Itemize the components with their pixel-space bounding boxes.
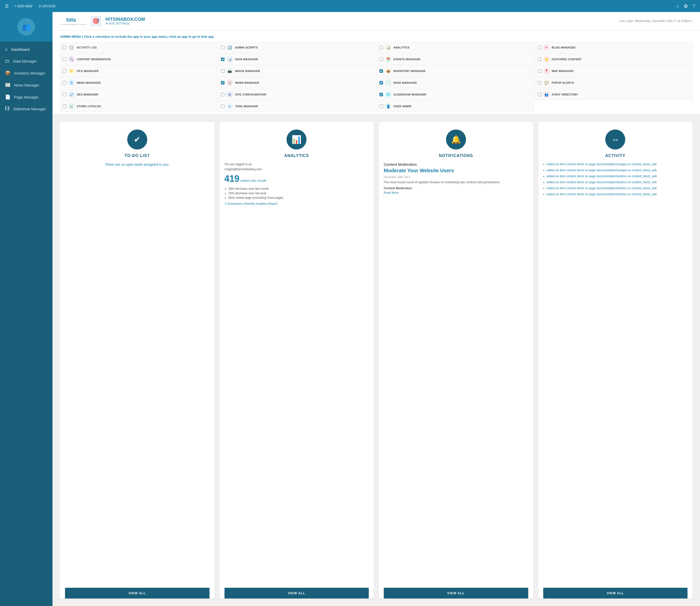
icon-news-manager: 📰 (227, 79, 233, 86)
site-settings-link[interactable]: ⚙ SITE SETTINGS (106, 22, 145, 25)
app-item-menu-manager[interactable]: ☰MENU MANAGER (60, 77, 217, 88)
label-site-configuration: SITE CONFIGURATION (235, 93, 266, 96)
checkbox-file-manager[interactable] (63, 69, 66, 73)
widget-todo: ✔ TO-DO LIST There are no open tasks ass… (60, 122, 214, 599)
icon-events-manager: 📅 (385, 56, 392, 63)
label-store-catalog: STORE CATALOG (77, 105, 101, 108)
app-item-blog-manager[interactable]: ✏BLOG MANAGER (535, 42, 693, 53)
activity-item-1[interactable]: edited an item content block on page doc… (547, 168, 688, 172)
analytics-title: ANALYTICS (284, 154, 309, 158)
sidebar-item-inventory-manager[interactable]: 📦 Inventory Manager (0, 67, 52, 79)
news-icon: 📰 (5, 82, 10, 88)
label-file-manager: FILE MANAGER (77, 70, 98, 72)
sidebar-item-slideshow-manager[interactable]: 🎞 Slideshow Manager (0, 103, 52, 115)
analytics-view-all[interactable]: VIEW ALL (225, 588, 369, 599)
notifications-view-all[interactable]: VIEW ALL (384, 588, 528, 599)
todo-view-all[interactable]: VIEW ALL (65, 588, 210, 599)
app-item-news-manager[interactable]: 📰NEWS MANAGER (218, 77, 376, 88)
checkbox-staff-directory[interactable] (538, 93, 541, 96)
icon-analytics: 📊 (385, 44, 392, 51)
logo-dots: · · · (77, 19, 80, 21)
checkbox-image-manager[interactable] (221, 69, 225, 73)
widget-notifications: 🔔 NOTIFICATIONS Content Moderation Moder… (379, 122, 533, 599)
checkbox-data-manager[interactable] (221, 57, 225, 61)
inventory-icon: 📦 (5, 70, 10, 76)
app-item-slideshow-manager[interactable]: 🎞SLIDESHOW MANAGER (377, 89, 534, 100)
app-item-data-manager[interactable]: 📊DATA MANAGER (218, 54, 376, 65)
checkbox-inventory-manager[interactable] (379, 69, 383, 73)
notif-link: Content Moderation (384, 186, 528, 190)
app-item-activity-log[interactable]: 📋ACTIVITY LOG (60, 42, 217, 53)
checkbox-admin-scripts[interactable] (221, 46, 225, 49)
app-item-map-manager[interactable]: 📍MAP MANAGER (535, 66, 693, 76)
app-item-file-manager[interactable]: 📁FILE MANAGER (60, 66, 217, 76)
analytics-count-row: 419 visitors this month (225, 173, 369, 184)
checkbox-featured-content[interactable] (538, 57, 541, 61)
app-item-store-catalog[interactable]: 🛒STORE CATALOG (60, 101, 217, 112)
analytics-bullet-3: Most visited page (excluding home page): (229, 196, 369, 200)
checkbox-slideshow-manager[interactable] (379, 93, 383, 96)
app-item-user-admin[interactable]: 👤USER ADMIN (377, 101, 534, 112)
checkbox-map-manager[interactable] (538, 69, 541, 73)
activity-item-4[interactable]: edited an item content block on page doc… (547, 186, 688, 190)
sidebar-item-dashboard[interactable]: ⌂ Dashboard (0, 44, 52, 55)
checkbox-task-manager[interactable] (221, 104, 225, 108)
app-item-inventory-manager[interactable]: 📦INVENTORY MANAGER (377, 66, 534, 76)
label-task-manager: TASK MANAGER (235, 105, 258, 108)
top-nav: ☰ + ADD NEW ⊙ UPLOAD ⌂ ⏻ ? (0, 0, 700, 12)
checkbox-blog-manager[interactable] (538, 46, 541, 49)
icon-admin-scripts: 🔄 (227, 44, 233, 51)
sidebar-item-news-manager[interactable]: 📰 News Manager (0, 79, 52, 91)
app-item-page-manager[interactable]: 📄PAGE MANAGER (377, 77, 534, 88)
checkbox-site-configuration[interactable] (221, 93, 225, 96)
app-item-analytics[interactable]: 📊ANALYTICS (377, 42, 534, 53)
app-item-events-manager[interactable]: 📅EVENTS MANAGER (377, 54, 534, 65)
hits-text: hits (66, 17, 76, 23)
app-item-task-manager[interactable]: ✔TASK MANAGER (218, 101, 376, 112)
notif-read-more[interactable]: Read More (384, 191, 528, 194)
app-item-image-manager[interactable]: 📷IMAGE MANAGER (218, 66, 376, 76)
notif-section: Content Moderation (384, 163, 528, 166)
analytics-bullets: 39% decrease over last month 25% decreas… (225, 187, 369, 200)
checkbox-store-catalog[interactable] (63, 104, 66, 108)
activity-item-2[interactable]: edited an item content block on page doc… (547, 174, 688, 178)
add-new-button[interactable]: + ADD NEW (15, 4, 32, 8)
activity-icon: ↔ (605, 130, 625, 149)
analytics-download-link[interactable]: ⊙ Download a Monthly Analytics Report (225, 202, 369, 206)
app-item-seo-manager[interactable]: 🔎SEO MANAGER (60, 89, 217, 100)
sidebar-item-data-manager[interactable]: 🗃 Data Manager (0, 55, 52, 67)
checkbox-menu-manager[interactable] (63, 81, 66, 85)
menu-icon[interactable]: ☰ (5, 4, 8, 8)
slideshow-icon: 🎞 (5, 106, 9, 112)
help-icon[interactable]: ? (693, 4, 695, 8)
app-item-site-configuration[interactable]: ⚙SITE CONFIGURATION (218, 89, 376, 100)
checkbox-content-moderation[interactable] (63, 57, 66, 61)
checkbox-activity-log[interactable] (63, 46, 66, 49)
checkbox-popup-alerts[interactable] (538, 81, 541, 85)
activity-view-all[interactable]: VIEW ALL (543, 588, 688, 599)
checkbox-user-admin[interactable] (379, 104, 383, 108)
checkbox-analytics[interactable] (379, 46, 383, 49)
sidebar-item-page-manager[interactable]: 📄 Page Manager (0, 91, 52, 103)
activity-item-3[interactable]: edited an item content block on page doc… (547, 181, 688, 184)
label-image-manager: IMAGE MANAGER (235, 70, 260, 72)
checkbox-news-manager[interactable] (221, 81, 225, 85)
analytics-logged-in: You are logged in as: (225, 163, 369, 166)
power-icon[interactable]: ⏻ (684, 4, 688, 8)
app-item-popup-alerts[interactable]: 💬POPUP ALERTS (535, 77, 693, 88)
upload-button[interactable]: ⊙ UPLOAD (39, 4, 55, 8)
home-icon[interactable]: ⌂ (676, 4, 679, 8)
app-item-admin-scripts[interactable]: 🔄ADMIN SCRIPTS (218, 42, 376, 53)
checkbox-seo-manager[interactable] (63, 93, 66, 96)
admin-menu-title: ADMIN MENU (60, 35, 81, 39)
icon-inventory-manager: 📦 (385, 68, 392, 74)
app-item-featured-content[interactable]: ⭐FEATURED CONTENT (535, 54, 693, 65)
activity-item-0[interactable]: edited an item content block on page doc… (547, 163, 688, 166)
checkbox-events-manager[interactable] (379, 57, 383, 61)
app-item-content-moderation[interactable]: 🔍CONTENT MODERATION (60, 54, 217, 65)
activity-item-5[interactable]: edited an item content block on page doc… (547, 192, 688, 196)
todo-icon: ✔ (127, 130, 147, 149)
site-name-area: HITSINABOX.COM ⚙ SITE SETTINGS (106, 17, 145, 25)
app-item-staff-directory[interactable]: 👥STAFF DIRECTORY (535, 89, 693, 100)
checkbox-page-manager[interactable] (379, 81, 383, 85)
